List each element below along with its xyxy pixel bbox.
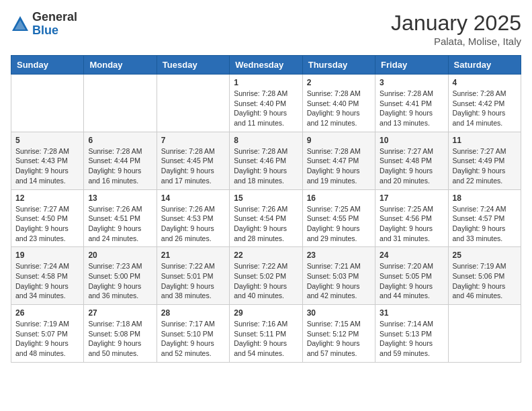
calendar-cell <box>448 305 521 363</box>
day-number: 13 <box>88 193 152 203</box>
calendar-cell: 14Sunrise: 7:26 AM Sunset: 4:53 PM Dayli… <box>157 189 229 247</box>
day-info: Sunrise: 7:26 AM Sunset: 4:51 PM Dayligh… <box>88 204 152 244</box>
column-header-thursday: Thursday <box>302 56 375 75</box>
calendar-cell <box>157 75 229 132</box>
day-number: 31 <box>380 308 443 318</box>
day-number: 2 <box>307 78 371 87</box>
calendar-cell: 13Sunrise: 7:26 AM Sunset: 4:51 PM Dayli… <box>84 189 157 247</box>
day-info: Sunrise: 7:24 AM Sunset: 4:58 PM Dayligh… <box>15 261 79 301</box>
logo-blue-text: Blue <box>32 24 77 38</box>
day-number: 14 <box>161 193 225 203</box>
day-info: Sunrise: 7:19 AM Sunset: 5:06 PM Dayligh… <box>453 261 517 301</box>
day-info: Sunrise: 7:26 AM Sunset: 4:54 PM Dayligh… <box>234 204 298 244</box>
title-block: January 2025 Palata, Molise, Italy <box>391 11 521 47</box>
day-info: Sunrise: 7:17 AM Sunset: 5:10 PM Dayligh… <box>161 319 225 359</box>
calendar-cell: 18Sunrise: 7:24 AM Sunset: 4:57 PM Dayli… <box>448 189 521 247</box>
calendar-cell: 26Sunrise: 7:19 AM Sunset: 5:07 PM Dayli… <box>11 305 84 363</box>
calendar-cell: 3Sunrise: 7:28 AM Sunset: 4:41 PM Daylig… <box>375 75 448 132</box>
day-number: 26 <box>15 308 79 318</box>
week-row-3: 12Sunrise: 7:27 AM Sunset: 4:50 PM Dayli… <box>11 189 521 247</box>
day-number: 17 <box>380 193 443 203</box>
day-number: 22 <box>234 250 298 260</box>
day-number: 5 <box>15 136 79 145</box>
day-number: 7 <box>161 136 225 145</box>
day-info: Sunrise: 7:15 AM Sunset: 5:12 PM Dayligh… <box>307 319 371 359</box>
calendar-cell: 16Sunrise: 7:25 AM Sunset: 4:55 PM Dayli… <box>302 189 375 247</box>
logo-icon <box>11 15 30 34</box>
day-number: 30 <box>307 308 371 318</box>
logo-text: General Blue <box>32 11 77 38</box>
column-header-friday: Friday <box>375 56 448 75</box>
calendar-cell: 20Sunrise: 7:23 AM Sunset: 5:00 PM Dayli… <box>84 247 157 305</box>
calendar-cell: 7Sunrise: 7:28 AM Sunset: 4:45 PM Daylig… <box>157 132 229 189</box>
calendar-cell: 6Sunrise: 7:28 AM Sunset: 4:44 PM Daylig… <box>84 132 157 189</box>
day-number: 24 <box>380 250 443 260</box>
calendar-cell: 9Sunrise: 7:28 AM Sunset: 4:47 PM Daylig… <box>302 132 375 189</box>
day-info: Sunrise: 7:23 AM Sunset: 5:00 PM Dayligh… <box>88 261 152 301</box>
day-number: 4 <box>453 78 517 87</box>
day-info: Sunrise: 7:28 AM Sunset: 4:40 PM Dayligh… <box>307 89 371 128</box>
calendar-cell: 19Sunrise: 7:24 AM Sunset: 4:58 PM Dayli… <box>11 247 84 305</box>
day-info: Sunrise: 7:28 AM Sunset: 4:45 PM Dayligh… <box>161 146 225 186</box>
day-info: Sunrise: 7:22 AM Sunset: 5:02 PM Dayligh… <box>234 261 298 301</box>
day-info: Sunrise: 7:28 AM Sunset: 4:44 PM Dayligh… <box>88 146 152 186</box>
calendar-cell: 12Sunrise: 7:27 AM Sunset: 4:50 PM Dayli… <box>11 189 84 247</box>
day-number: 18 <box>453 193 517 203</box>
calendar-cell: 28Sunrise: 7:17 AM Sunset: 5:10 PM Dayli… <box>157 305 229 363</box>
column-header-monday: Monday <box>84 56 157 75</box>
calendar-cell: 21Sunrise: 7:22 AM Sunset: 5:01 PM Dayli… <box>157 247 229 305</box>
calendar-cell: 27Sunrise: 7:18 AM Sunset: 5:08 PM Dayli… <box>84 305 157 363</box>
day-number: 16 <box>307 193 371 203</box>
week-row-2: 5Sunrise: 7:28 AM Sunset: 4:43 PM Daylig… <box>11 132 521 189</box>
day-info: Sunrise: 7:16 AM Sunset: 5:11 PM Dayligh… <box>234 319 298 359</box>
day-number: 3 <box>380 78 443 87</box>
calendar-cell: 24Sunrise: 7:20 AM Sunset: 5:05 PM Dayli… <box>375 247 448 305</box>
calendar-cell: 25Sunrise: 7:19 AM Sunset: 5:06 PM Dayli… <box>448 247 521 305</box>
logo: General Blue <box>11 11 77 38</box>
day-number: 6 <box>88 136 152 145</box>
day-info: Sunrise: 7:22 AM Sunset: 5:01 PM Dayligh… <box>161 261 225 301</box>
day-info: Sunrise: 7:24 AM Sunset: 4:57 PM Dayligh… <box>453 204 517 244</box>
day-info: Sunrise: 7:19 AM Sunset: 5:07 PM Dayligh… <box>15 319 79 359</box>
location-subtitle: Palata, Molise, Italy <box>391 36 521 47</box>
day-number: 28 <box>161 308 225 318</box>
day-info: Sunrise: 7:25 AM Sunset: 4:55 PM Dayligh… <box>307 204 371 244</box>
calendar-cell: 4Sunrise: 7:28 AM Sunset: 4:42 PM Daylig… <box>448 75 521 132</box>
calendar-cell: 8Sunrise: 7:28 AM Sunset: 4:46 PM Daylig… <box>230 132 302 189</box>
day-number: 1 <box>234 78 298 87</box>
calendar-cell: 1Sunrise: 7:28 AM Sunset: 4:40 PM Daylig… <box>230 75 302 132</box>
day-number: 12 <box>15 193 79 203</box>
day-info: Sunrise: 7:25 AM Sunset: 4:56 PM Dayligh… <box>380 204 443 244</box>
day-number: 11 <box>453 136 517 145</box>
day-info: Sunrise: 7:28 AM Sunset: 4:40 PM Dayligh… <box>234 89 298 128</box>
day-info: Sunrise: 7:18 AM Sunset: 5:08 PM Dayligh… <box>88 319 152 359</box>
day-info: Sunrise: 7:14 AM Sunset: 5:13 PM Dayligh… <box>380 319 443 359</box>
day-number: 21 <box>161 250 225 260</box>
logo-general-text: General <box>32 11 77 24</box>
week-row-1: 1Sunrise: 7:28 AM Sunset: 4:40 PM Daylig… <box>11 75 521 132</box>
day-number: 8 <box>234 136 298 145</box>
column-header-saturday: Saturday <box>448 56 521 75</box>
calendar-cell: 17Sunrise: 7:25 AM Sunset: 4:56 PM Dayli… <box>375 189 448 247</box>
day-number: 19 <box>15 250 79 260</box>
calendar-cell: 5Sunrise: 7:28 AM Sunset: 4:43 PM Daylig… <box>11 132 84 189</box>
calendar-cell <box>11 75 84 132</box>
day-info: Sunrise: 7:28 AM Sunset: 4:47 PM Dayligh… <box>307 146 371 186</box>
day-number: 25 <box>453 250 517 260</box>
calendar-header-row: SundayMondayTuesdayWednesdayThursdayFrid… <box>11 56 521 75</box>
calendar-cell: 30Sunrise: 7:15 AM Sunset: 5:12 PM Dayli… <box>302 305 375 363</box>
day-number: 27 <box>88 308 152 318</box>
day-info: Sunrise: 7:28 AM Sunset: 4:43 PM Dayligh… <box>15 146 79 186</box>
day-number: 23 <box>307 250 371 260</box>
column-header-wednesday: Wednesday <box>230 56 302 75</box>
day-info: Sunrise: 7:20 AM Sunset: 5:05 PM Dayligh… <box>380 261 443 301</box>
day-number: 15 <box>234 193 298 203</box>
day-info: Sunrise: 7:21 AM Sunset: 5:03 PM Dayligh… <box>307 261 371 301</box>
calendar-cell: 23Sunrise: 7:21 AM Sunset: 5:03 PM Dayli… <box>302 247 375 305</box>
week-row-4: 19Sunrise: 7:24 AM Sunset: 4:58 PM Dayli… <box>11 247 521 305</box>
calendar-cell: 10Sunrise: 7:27 AM Sunset: 4:48 PM Dayli… <box>375 132 448 189</box>
calendar-cell: 29Sunrise: 7:16 AM Sunset: 5:11 PM Dayli… <box>230 305 302 363</box>
day-number: 10 <box>380 136 443 145</box>
calendar-cell <box>84 75 157 132</box>
month-title: January 2025 <box>391 11 521 36</box>
